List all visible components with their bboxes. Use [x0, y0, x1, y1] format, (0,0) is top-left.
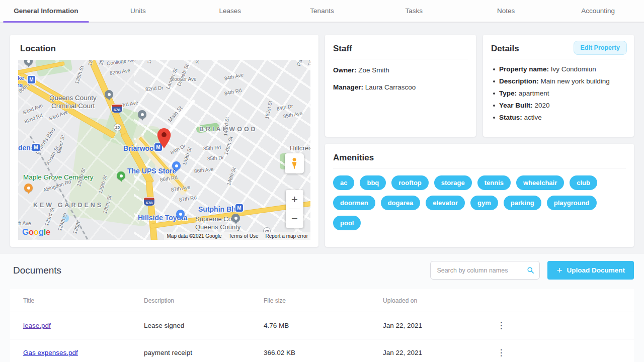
- map-attribution: Map data ©2021 GoogleTerms of UseReport …: [164, 232, 310, 240]
- staff-owner: Owner: Zoe Smith: [333, 66, 468, 74]
- report-a-map-error[interactable]: Report a map error: [266, 233, 308, 239]
- tab-accounting[interactable]: Accounting: [552, 0, 644, 22]
- amenities-title: Amenities: [333, 153, 626, 163]
- column-header-file-size: File size: [251, 289, 370, 312]
- interstate-shield-678: 678: [112, 105, 122, 113]
- map-label-ike: ike: [18, 75, 24, 81]
- car-dealer-icon[interactable]: [176, 210, 185, 218]
- table-row: lease.pdfLease signed4.76 MBJan 22, 2021…: [10, 312, 634, 339]
- details-card: Details Edit Property Property name: Ivy…: [483, 35, 634, 137]
- amenity-tag-elevator[interactable]: elevator: [426, 196, 465, 210]
- amenity-tag-wheelchair[interactable]: wheelchair: [516, 175, 564, 190]
- tab-units[interactable]: Units: [92, 0, 184, 22]
- pegman-control[interactable]: [285, 153, 304, 173]
- cell-title: lease.pdf: [10, 312, 131, 339]
- map-label-briarwood: Briarwood: [123, 144, 158, 152]
- interstate-shield-678: 678: [144, 198, 154, 206]
- google-logo[interactable]: Google: [22, 227, 50, 237]
- cell-actions: ⋮: [484, 339, 634, 362]
- edit-property-button[interactable]: Edit Property: [574, 41, 627, 55]
- documents-section: Documents + Upload Document TitleDescrip…: [0, 254, 644, 362]
- row-menu-button[interactable]: ⋮: [497, 320, 506, 331]
- amenity-tag-ac[interactable]: ac: [333, 175, 354, 190]
- amenity-tag-doormen[interactable]: doormen: [333, 196, 375, 210]
- plus-icon: +: [556, 265, 562, 275]
- table-row: Gas expenses.pdfpayment receipt366.02 KB…: [10, 339, 634, 362]
- manager-value: Laura Carrascoo: [365, 83, 416, 91]
- search-input[interactable]: [437, 267, 527, 274]
- column-header-description: Description: [131, 289, 251, 312]
- zoom-control: + −: [286, 190, 303, 228]
- tab-general-information[interactable]: General Information: [0, 0, 92, 22]
- amenity-tag-storage[interactable]: storage: [434, 175, 472, 190]
- cell-actions: ⋮: [484, 312, 634, 339]
- map-label-queens-county: Queens County: [195, 223, 240, 231]
- zoom-out-button[interactable]: −: [286, 209, 303, 228]
- amenity-tag-tennis[interactable]: tennis: [477, 175, 511, 190]
- row-menu-button[interactable]: ⋮: [497, 347, 506, 358]
- column-header-actions: [484, 289, 634, 312]
- documents-title: Documents: [13, 265, 61, 276]
- cell-file-size: 366.02 KB: [251, 339, 370, 362]
- documents-table: TitleDescriptionFile sizeUploaded on lea…: [10, 289, 634, 362]
- search-icon[interactable]: [527, 266, 534, 274]
- owner-label: Owner:: [333, 66, 357, 74]
- details-item-description: Description: Main new york building: [491, 77, 626, 85]
- ups-store-icon[interactable]: [172, 161, 181, 170]
- supreme-court-poi-icon[interactable]: [231, 214, 240, 222]
- amenity-tag-pool[interactable]: pool: [333, 216, 361, 230]
- staff-card: Staff Owner: Zoe Smith Manager: Laura Ca…: [325, 35, 476, 137]
- school-poi-icon[interactable]: [138, 110, 146, 119]
- location-title: Location: [20, 44, 310, 54]
- divider: [333, 59, 468, 59]
- amenity-tag-bbq[interactable]: bbq: [360, 175, 386, 190]
- document-link[interactable]: Gas expenses.pdf: [23, 349, 78, 356]
- divider: [491, 59, 626, 59]
- map-label-queens-county: Queens County: [49, 94, 97, 102]
- subway-station-icon[interactable]: M: [235, 204, 243, 212]
- amenity-tag-gym[interactable]: gym: [470, 196, 498, 210]
- subway-station-icon[interactable]: M: [28, 76, 35, 83]
- court-poi-icon[interactable]: [105, 90, 113, 99]
- zoom-in-button[interactable]: +: [286, 190, 303, 209]
- map-label-kew-gardens: KEW GARDENS: [33, 202, 103, 209]
- tab-tasks[interactable]: Tasks: [368, 0, 460, 22]
- railway-station-icon[interactable]: M: [32, 144, 40, 151]
- map-data-2021-google: Map data ©2021 Google: [167, 233, 221, 239]
- tab-bar: General InformationUnitsLeasesTenantsTas…: [0, 0, 644, 23]
- upload-document-label: Upload Document: [567, 266, 625, 274]
- property-marker-icon[interactable]: [157, 128, 171, 148]
- documents-search: [430, 261, 540, 280]
- terms-of-use[interactable]: Terms of Use: [229, 233, 259, 239]
- divider: [333, 168, 626, 168]
- cell-description: Lease signed: [131, 312, 251, 339]
- details-item-type: Type: apartment: [491, 89, 626, 97]
- staff-manager: Manager: Laura Carrascoo: [333, 83, 468, 91]
- manager-label: Manager:: [333, 83, 363, 91]
- owner-value: Zoe Smith: [358, 66, 389, 74]
- cemetery-poi-icon[interactable]: [117, 171, 125, 180]
- map-label-85th-dr: 85th Dr: [207, 155, 224, 161]
- amenity-tag-playground[interactable]: playground: [547, 196, 597, 210]
- tab-notes[interactable]: Notes: [460, 0, 552, 22]
- amenity-tag-rooftop[interactable]: rooftop: [391, 175, 428, 190]
- document-link[interactable]: lease.pdf: [23, 322, 51, 329]
- details-item-property-name: Property name: Ivy Condomiun: [491, 65, 626, 73]
- route-shield-25: 25: [114, 124, 121, 131]
- cell-description: payment receipt: [131, 339, 251, 362]
- amenity-tag-club[interactable]: club: [570, 175, 597, 190]
- amenity-tag-dogarea[interactable]: dogarea: [381, 196, 421, 210]
- bar-poi-icon[interactable]: [24, 184, 33, 192]
- cell-uploaded-on: Jan 22, 2021: [370, 339, 484, 362]
- column-header-uploaded-on: Uploaded on: [370, 289, 484, 312]
- tab-leases[interactable]: Leases: [184, 0, 276, 22]
- cell-title: Gas expenses.pdf: [10, 339, 131, 362]
- map[interactable]: ikensCoolidge Ave82nd Ave134th St35th St…: [18, 60, 310, 240]
- cell-file-size: 4.76 MB: [251, 312, 370, 339]
- upload-document-button[interactable]: + Upload Document: [547, 261, 634, 280]
- tab-tenants[interactable]: Tenants: [276, 0, 368, 22]
- map-label-the-ups-store: The UPS Store: [127, 167, 176, 175]
- map-label-criminal-court: Criminal Court: [51, 102, 95, 110]
- amenity-tag-parking[interactable]: parking: [504, 196, 541, 210]
- location-card: Location: [10, 35, 318, 247]
